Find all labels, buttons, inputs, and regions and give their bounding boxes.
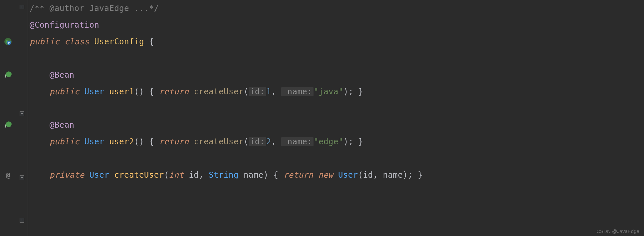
method-name: createUser: [114, 170, 164, 180]
annotation: @Bean: [50, 120, 75, 130]
type: User: [84, 87, 104, 96]
javadoc-comment: /** @author JavaEdge ...*/: [30, 4, 159, 13]
keyword-new: new: [318, 170, 333, 180]
gutter-slot: [0, 117, 16, 133]
type: User: [89, 170, 109, 180]
gutter-slot: [0, 33, 16, 50]
code-editor[interactable]: @ /** @author JavaEdge ...*/ @Configurat…: [0, 0, 644, 236]
method-call: createUser: [194, 87, 244, 96]
param-name: id: [189, 170, 199, 180]
navigate-icon[interactable]: [4, 71, 12, 79]
keyword-private: private: [50, 170, 85, 180]
gutter-slot: [0, 50, 16, 67]
number-literal: 2: [266, 137, 271, 146]
parens: (): [134, 87, 144, 96]
gutter-slot: [0, 67, 16, 83]
string-literal: "java": [314, 87, 343, 96]
keyword-public: public: [50, 87, 80, 96]
keyword-public: public: [30, 37, 60, 46]
fold-gutter: [16, 0, 28, 236]
annotation: @Bean: [50, 70, 75, 80]
watermark: CSDN @JavaEdge.: [596, 228, 641, 234]
keyword-return: return: [159, 137, 189, 146]
keyword-class: class: [65, 37, 90, 46]
code-line[interactable]: /** @author JavaEdge ...*/: [30, 0, 644, 17]
svg-point-2: [6, 71, 12, 77]
param-type: String: [209, 170, 239, 180]
code-area[interactable]: /** @author JavaEdge ...*/ @Configuratio…: [28, 0, 644, 236]
fold-toggle[interactable]: [20, 5, 24, 9]
fold-toggle[interactable]: [20, 175, 24, 180]
code-line-blank[interactable]: [30, 50, 644, 67]
gutter-slot: [0, 17, 16, 33]
code-line[interactable]: private User createUser(int id, String n…: [30, 167, 644, 183]
code-line[interactable]: @Bean: [30, 117, 644, 133]
constructor: User: [338, 170, 358, 180]
code-line[interactable]: @Configuration: [30, 17, 644, 33]
code-line-blank[interactable]: [30, 150, 644, 167]
svg-point-3: [6, 121, 12, 127]
class-name: UserConfig: [94, 37, 144, 46]
number-literal: 1: [266, 87, 271, 96]
method-call: createUser: [194, 137, 244, 146]
fold-toggle[interactable]: [20, 218, 24, 223]
method-name: user1: [109, 87, 134, 96]
code-line[interactable]: public class UserConfig {: [30, 33, 644, 50]
code-line-blank[interactable]: [30, 100, 644, 117]
arg: name: [383, 170, 403, 180]
inline-hint: name:: [281, 87, 314, 96]
annotation-gutter-icon[interactable]: @: [6, 171, 10, 179]
annotation: @Configuration: [30, 20, 99, 30]
inline-hint: id:: [249, 137, 266, 146]
arg: id: [363, 170, 373, 180]
fold-toggle[interactable]: [20, 111, 24, 116]
gutter-slot: [0, 150, 16, 167]
gutter-slot: [0, 0, 16, 17]
type: User: [84, 137, 104, 146]
gutter-slot: @: [0, 167, 16, 183]
inline-hint: name:: [281, 137, 314, 146]
method-name: user2: [109, 137, 134, 146]
gutter-slot: [0, 83, 16, 100]
inline-hint: id:: [249, 87, 266, 96]
run-config-icon[interactable]: [4, 37, 12, 46]
param-name: name: [244, 170, 264, 180]
brace-open: {: [144, 37, 154, 46]
param-type: int: [169, 170, 184, 180]
code-line[interactable]: public User user2() { return createUser(…: [30, 133, 644, 150]
keyword-return: return: [284, 170, 314, 180]
icon-gutter: @: [0, 0, 16, 236]
keyword-return: return: [159, 87, 189, 96]
gutter-slot: [0, 100, 16, 117]
navigate-icon[interactable]: [4, 121, 12, 129]
code-line[interactable]: @Bean: [30, 67, 644, 83]
string-literal: "edge": [314, 137, 343, 146]
keyword-public: public: [50, 137, 80, 146]
code-line[interactable]: public User user1() { return createUser(…: [30, 83, 644, 100]
gutter-slot: [0, 133, 16, 150]
